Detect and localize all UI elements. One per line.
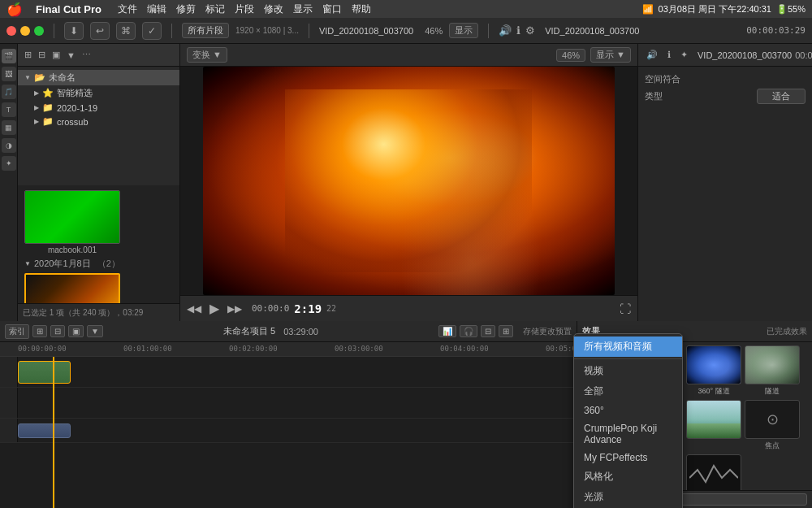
dropdown-item-light[interactable]: 光源 [574, 487, 682, 507]
menu-modify[interactable]: 修改 [264, 2, 283, 16]
settings-icon[interactable]: ⚙ [525, 24, 535, 37]
audio-icon[interactable]: 🔊 [499, 24, 512, 37]
all-clips-label[interactable]: 所有片段 [182, 23, 229, 38]
clip-grid-jan8: VID_2020...8_003700 VID_2020...8_003736 [21, 271, 176, 304]
track-clip-a1[interactable] [18, 423, 71, 438]
play-button[interactable]: ▶ [209, 301, 219, 316]
display-viewer-btn[interactable]: 显示 ▼ [590, 47, 631, 63]
effect-item-360tunnel[interactable]: 360° 隧道 [686, 345, 741, 397]
next-frame-btn[interactable]: ▶▶ [227, 303, 242, 315]
tree-item-2020-1-19[interactable]: ▶ 📁 2020-1-19 [18, 101, 179, 115]
sidebar-icon-library[interactable]: 🎬 [2, 49, 16, 63]
dropdown-item-all[interactable]: 全部 [574, 381, 682, 402]
tree-item-smart[interactable]: ▶ ⭐ 智能精选 [18, 85, 179, 101]
menu-file[interactable]: 文件 [118, 2, 137, 16]
sidebar-icon-effects[interactable]: ✦ [2, 156, 16, 171]
browser-toolbar: ⊞ ⊟ ▣ ▼ ⋯ [18, 44, 179, 67]
track-row-video2 [0, 388, 577, 419]
audio-meter-btn[interactable]: 📊 [438, 325, 456, 337]
dropdown-item-crumplepop[interactable]: CrumplePop Koji Advance [574, 419, 682, 449]
effect-thumb-wave [686, 454, 741, 490]
browser-list-btn[interactable]: ⊟ [37, 48, 47, 62]
prev-frame-btn[interactable]: ◀◀ [187, 303, 201, 315]
effect-item-focus[interactable]: ⊙ 焦点 [745, 400, 800, 451]
dropdown-item-myfcp[interactable]: My FCPeffects [574, 449, 682, 467]
section-date-jan8: 2020年1月8日 [34, 258, 91, 270]
dropdown-item-all-av[interactable]: 所有视频和音频 [574, 336, 682, 357]
viewer [180, 67, 637, 295]
spatial-conform-label: 空间符合 [645, 73, 806, 85]
type-field-value[interactable]: 适合 [757, 89, 806, 104]
menu-trim[interactable]: 修剪 [176, 2, 196, 16]
menu-clip[interactable]: 片段 [235, 2, 254, 16]
dropdown-item-360[interactable]: 360° [574, 402, 682, 419]
menu-window[interactable]: 窗口 [322, 2, 342, 16]
transform-button[interactable]: 变换 ▼ [187, 47, 227, 63]
effect-name-focus: 焦点 [765, 441, 780, 451]
browser-status: 已选定 1 项（共 240 项），03:29 [18, 303, 179, 321]
timeline-toolbar: 索引 ⊞ ⊟ ▣ ▼ 未命名项目 5 03:29:00 📊 🎧 ⊟ ⊞ 存储更改… [0, 321, 577, 342]
tt-btn5[interactable]: ⊟ [481, 325, 495, 337]
sidebar-icon-transitions[interactable]: ◑ [2, 138, 16, 153]
effect-item-tunnel[interactable]: 隧道 [745, 345, 800, 397]
menu-view[interactable]: 显示 [293, 2, 313, 16]
index-button[interactable]: 索引 [5, 324, 29, 339]
effect-item-meadow[interactable] [686, 400, 741, 451]
import-button[interactable]: ⬇ [64, 22, 84, 40]
menu-mark[interactable]: 标记 [205, 2, 225, 16]
tree-item-unnamed[interactable]: ▼ 📂 未命名 [18, 70, 179, 85]
headphones-btn[interactable]: 🎧 [460, 325, 477, 337]
info-icon[interactable]: ℹ [516, 24, 520, 37]
sidebar-icon-generators[interactable]: ▦ [2, 120, 16, 135]
browser-filter-btn[interactable]: ▼ [65, 49, 77, 62]
inspector-toolbar-icons: 🔊 ℹ ⚙ [499, 24, 535, 37]
maximize-button[interactable] [34, 26, 44, 36]
app-name: Final Cut Pro [36, 3, 102, 15]
dropdown-item-stylize[interactable]: 风格化 [574, 467, 682, 487]
tt-btn6[interactable]: ⊞ [499, 325, 513, 337]
zoom-fit-label[interactable]: 46% [556, 49, 585, 62]
tt-icon4[interactable]: ▼ [87, 325, 103, 337]
clip-item-macbook[interactable]: macbook.001 [24, 190, 173, 254]
browser-grid-btn[interactable]: ⊞ [23, 48, 33, 62]
sep3 [309, 24, 309, 38]
effects-dropdown-menu: 所有视频和音频 视频 全部 360° CrumplePop Koji Advan… [573, 333, 683, 508]
menu-edit[interactable]: 编辑 [147, 2, 166, 16]
minimize-button[interactable] [20, 26, 30, 36]
timeline-tracks: 00:00:00:00 00:01:00:00 00:02:00:00 00:0… [0, 342, 577, 508]
sidebar-icon-photos[interactable]: 🖼 [2, 67, 16, 81]
inspector-fx-btn[interactable]: ✦ [677, 48, 691, 62]
inspector-content: 空间符合 类型 适合 [638, 67, 812, 321]
fullscreen-button[interactable]: ⛶ [620, 302, 631, 315]
playhead[interactable] [53, 357, 54, 508]
type-field-label: 类型 [645, 90, 663, 102]
done-button[interactable]: ✓ [142, 22, 162, 40]
browser-filmstrip-btn[interactable]: ▣ [50, 48, 62, 62]
section-header-jan8[interactable]: ▼ 2020年1月8日 （2） [21, 256, 176, 271]
inspector-info-btn[interactable]: ℹ [664, 48, 674, 62]
inspector-audio-btn[interactable]: 🔊 [643, 48, 661, 62]
track-clip-v1[interactable] [18, 361, 71, 384]
zoom-label[interactable]: 46% [425, 26, 443, 36]
tree-item-crossub[interactable]: ▶ 📁 crossub [18, 115, 179, 128]
viewer-video [203, 67, 615, 295]
dropdown-item-video[interactable]: 视频 [574, 361, 682, 381]
effect-item-wave[interactable]: baidu.cc [686, 454, 741, 490]
close-button[interactable] [6, 26, 16, 36]
display-button[interactable]: 显示 [449, 23, 478, 38]
key-button[interactable]: ⌘ [116, 22, 136, 40]
browser-action-btn[interactable]: ⋯ [80, 48, 93, 62]
sidebar-icon-music[interactable]: 🎵 [2, 85, 16, 99]
sidebar-icon-titles[interactable]: T [2, 102, 16, 117]
apple-menu[interactable]: 🍎 [6, 2, 23, 17]
menu-help[interactable]: 帮助 [352, 2, 371, 16]
clip-item-003700[interactable]: VID_2020...8_003700 [24, 273, 120, 304]
track-label-v2 [0, 388, 18, 418]
tt-icon1[interactable]: ⊞ [32, 325, 47, 337]
tree-label: 未命名 [49, 72, 76, 84]
undo-button[interactable]: ↩ [90, 22, 110, 40]
tt-icon2[interactable]: ⊟ [50, 325, 65, 337]
tt-icon3[interactable]: ▣ [68, 325, 84, 337]
wifi-icon: 📶 [642, 4, 654, 15]
viewer-panel: 变换 ▼ 46% 显示 ▼ ◀◀ ▶ ▶▶ 00:00:0 2:19 22 ⛶ [180, 44, 637, 321]
